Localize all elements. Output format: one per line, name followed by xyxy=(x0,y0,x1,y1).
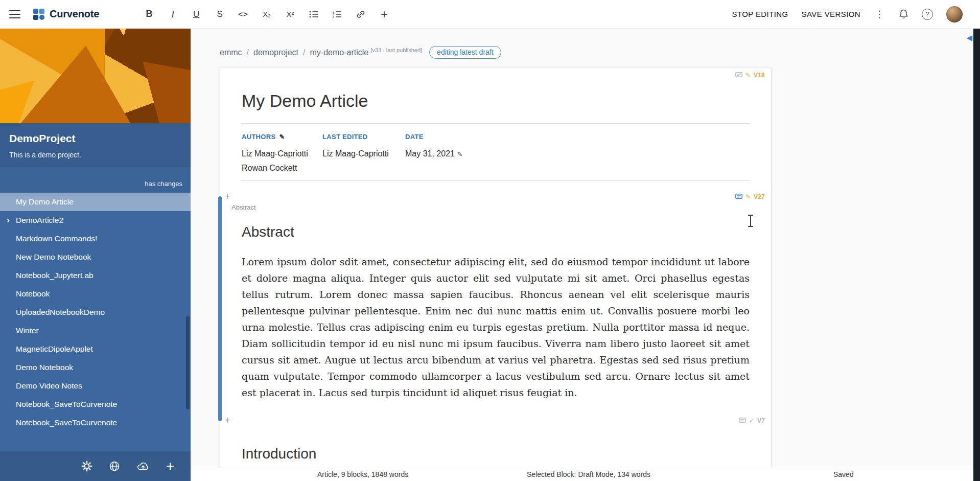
divider xyxy=(242,180,750,181)
breadcrumb-separator: / xyxy=(247,48,249,57)
link-icon xyxy=(356,10,365,19)
sidebar-item[interactable]: MagneticDipoleApplet xyxy=(0,340,191,358)
sidebar-item[interactable]: Notebook xyxy=(0,285,191,303)
hamburger-menu-icon[interactable] xyxy=(9,10,20,18)
introduction-heading[interactable]: Introduction xyxy=(242,446,750,462)
sidebar-item[interactable]: › DemoArticle2 xyxy=(0,211,191,230)
selected-block-stats: Selected Block: Draft Mode, 134 words xyxy=(527,470,650,478)
abstract-paragraph[interactable]: Lorem ipsum dolor sdit amet, consectetur… xyxy=(242,254,750,401)
article-stats: Article, 9 blocks, 1848 words xyxy=(317,470,408,478)
breadcrumb-separator: / xyxy=(303,48,305,57)
sidebar-item-label: New Demo Notebook xyxy=(16,253,91,262)
sidebar-item[interactable]: Notebook_JupyterLab xyxy=(0,266,191,285)
sidebar-scrollbar[interactable] xyxy=(186,316,190,409)
edit-authors-pencil-icon[interactable]: ✎ xyxy=(279,133,285,141)
sidebar-item[interactable]: Notebook_SaveToCurvenote xyxy=(0,395,191,414)
block-tag-label: Abstract xyxy=(231,203,256,211)
notifications-bell-icon[interactable] xyxy=(899,9,908,19)
sidebar-item-label: MagneticDipoleApplet xyxy=(16,345,93,354)
top-toolbar: Curvenote B I U S <> X₂ X² 1 2 3 xyxy=(0,0,980,29)
breadcrumb-project[interactable]: emmc xyxy=(220,48,242,57)
cloud-upload-icon[interactable] xyxy=(136,461,150,471)
authors-label: AUTHORS xyxy=(242,133,275,141)
curvenote-logo-icon xyxy=(33,8,45,20)
bold-button[interactable]: B xyxy=(139,5,159,24)
superscript-button[interactable]: X² xyxy=(280,5,300,24)
sidebar-item[interactable]: Demo Video Notes xyxy=(0,377,191,395)
stop-editing-button[interactable]: STOP EDITING xyxy=(732,10,788,18)
last-edited-label: LAST EDITED xyxy=(322,133,368,141)
edit-date-pencil-icon[interactable]: ✎ xyxy=(457,150,462,158)
chevron-right-icon[interactable]: › xyxy=(7,216,10,224)
overflow-menu-icon[interactable]: ⋮ xyxy=(874,8,885,20)
comment-icon[interactable] xyxy=(735,194,742,200)
pencil-icon: ✎ xyxy=(745,194,751,200)
subscript-button[interactable]: X₂ xyxy=(256,5,277,24)
save-state: Saved xyxy=(833,470,854,478)
block-version-badge: V18 xyxy=(754,72,765,79)
author-name: Rowan Cockett xyxy=(242,162,322,175)
sidebar-item[interactable]: Demo Notebook xyxy=(0,358,191,377)
underline-button[interactable]: U xyxy=(186,5,206,24)
ordered-list-icon: 1 2 3 xyxy=(333,10,342,18)
sidebar-item[interactable]: UploadedNotebookDemo xyxy=(0,303,191,322)
block-selection-bar xyxy=(218,196,222,421)
user-avatar[interactable] xyxy=(946,6,963,22)
link-button[interactable] xyxy=(351,5,371,24)
status-bar: Article, 9 blocks, 1848 words Selected B… xyxy=(191,468,980,481)
bullet-list-button[interactable] xyxy=(304,5,324,24)
frontmatter-block[interactable]: ✎ V18 My Demo Article AUTHORS ✎ Liz Maag… xyxy=(220,67,771,197)
abstract-heading[interactable]: Abstract xyxy=(242,224,750,240)
sidebar-item[interactable]: New Demo Notebook xyxy=(0,248,191,266)
expand-panel-chevron-icon[interactable]: ◀ xyxy=(966,34,972,41)
svg-text:3: 3 xyxy=(333,15,334,18)
sidebar-item-label: DemoArticle2 xyxy=(16,216,63,225)
help-icon[interactable]: ? xyxy=(922,9,933,20)
settings-gear-icon[interactable] xyxy=(81,461,92,472)
curvenote-logo[interactable]: Curvenote xyxy=(33,8,99,20)
save-version-button[interactable]: SAVE VERSION xyxy=(802,10,860,18)
code-button[interactable]: <> xyxy=(233,5,253,24)
editing-draft-pill[interactable]: editing latest draft xyxy=(429,46,501,59)
abstract-block[interactable]: + ✎ V27 Abstract Abstract Lorem ipsum do… xyxy=(220,197,771,421)
article-title[interactable]: My Demo Article xyxy=(242,91,750,111)
introduction-block[interactable]: + ✓ V7 Introduction Ac placerat vestibul… xyxy=(220,421,771,468)
sidebar-item-label: Notebook_SaveToCurvenote xyxy=(16,400,117,409)
sidebar-footer: + xyxy=(0,451,191,481)
comment-icon[interactable] xyxy=(739,418,746,424)
sidebar-item[interactable]: Markdown Commands! xyxy=(0,230,191,248)
check-icon: ✓ xyxy=(749,418,754,424)
ordered-list-button[interactable]: 1 2 3 xyxy=(327,5,347,24)
add-block-plus-icon[interactable]: + xyxy=(224,414,230,426)
sidebar-item[interactable]: Notebook_SaveToCurvenote xyxy=(0,414,191,432)
sidebar-item-label: Markdown Commands! xyxy=(16,234,97,243)
has-changes-row: has changes xyxy=(0,167,191,192)
breadcrumb-subproject[interactable]: demoproject xyxy=(253,48,298,57)
date-column: DATE May 31, 2021 ✎ xyxy=(405,133,750,175)
project-description: This is a demo project. xyxy=(9,151,181,159)
collapsed-panel-strip xyxy=(973,29,980,481)
strikethrough-button[interactable]: S xyxy=(209,5,230,24)
sidebar-item-label: My Demo Article xyxy=(16,197,74,207)
add-block-plus-icon[interactable]: + xyxy=(224,190,230,202)
last-edited-value: Liz Maag-Capriotti xyxy=(322,147,405,161)
sidebar-item[interactable]: Winter xyxy=(0,322,191,340)
frontmatter-meta: AUTHORS ✎ Liz Maag-Capriotti Rowan Cocke… xyxy=(242,124,750,180)
comment-icon[interactable] xyxy=(735,72,742,78)
format-toolbar: B I U S <> X₂ X² 1 2 3 xyxy=(139,5,394,24)
sidebar-item-label: Demo Notebook xyxy=(16,363,73,372)
project-sidebar: DemoProject This is a demo project. has … xyxy=(0,29,191,481)
insert-plus-button[interactable]: + xyxy=(374,5,394,24)
project-contents-list: My Demo Article › DemoArticle2 Markdown … xyxy=(0,192,191,451)
brand-name: Curvenote xyxy=(50,8,99,20)
sidebar-item[interactable]: My Demo Article xyxy=(0,193,191,211)
date-value: May 31, 2021 ✎ xyxy=(405,147,750,161)
sidebar-item-label: Notebook_JupyterLab xyxy=(16,271,94,280)
date-label: DATE xyxy=(405,133,424,141)
italic-button[interactable]: I xyxy=(162,5,183,24)
publish-globe-icon[interactable] xyxy=(109,461,120,472)
breadcrumb-article[interactable]: my-demo-article xyxy=(310,48,369,57)
add-plus-icon[interactable]: + xyxy=(166,460,174,473)
breadcrumb: emmc / demoproject / my-demo-article [v3… xyxy=(220,46,980,59)
project-title: DemoProject xyxy=(9,132,181,145)
